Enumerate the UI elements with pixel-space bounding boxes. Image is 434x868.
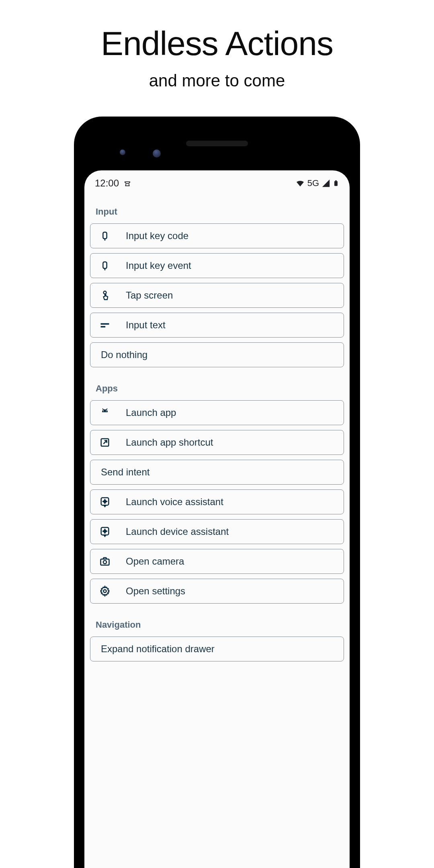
action-label: Input key code bbox=[119, 230, 188, 242]
action-input-text[interactable]: Input text bbox=[90, 313, 344, 338]
status-app-icon bbox=[123, 179, 132, 188]
status-bar: 12:00 5G bbox=[84, 170, 350, 193]
content-scroll[interactable]: Input Input key code Input key event bbox=[84, 193, 350, 661]
section-apps-header: Apps bbox=[90, 372, 344, 400]
action-launch-app[interactable]: Launch app bbox=[90, 400, 344, 425]
section-input-header: Input bbox=[90, 195, 344, 223]
action-open-settings[interactable]: Open settings bbox=[90, 579, 344, 604]
phone-screen: 12:00 5G bbox=[84, 170, 350, 868]
signal-icon bbox=[321, 179, 330, 188]
action-label: Input key event bbox=[119, 260, 191, 271]
svg-rect-7 bbox=[101, 323, 109, 325]
action-input-key-code[interactable]: Input key code bbox=[90, 223, 344, 248]
action-label: Launch device assistant bbox=[119, 526, 229, 537]
action-label: Tap screen bbox=[119, 290, 173, 301]
svg-rect-4 bbox=[103, 262, 106, 268]
action-expand-notifications[interactable]: Expand notification drawer bbox=[90, 637, 344, 661]
assistant-icon bbox=[99, 496, 119, 508]
page-title: Endless Actions bbox=[0, 24, 434, 63]
action-label: Launch app bbox=[119, 407, 176, 418]
action-do-nothing[interactable]: Do nothing bbox=[90, 342, 344, 367]
action-voice-assistant[interactable]: Launch voice assistant bbox=[90, 489, 344, 514]
action-open-camera[interactable]: Open camera bbox=[90, 549, 344, 574]
section-navigation-header: Navigation bbox=[90, 608, 344, 637]
camera-icon bbox=[99, 556, 119, 567]
battery-icon bbox=[333, 178, 339, 188]
phone-camera-1 bbox=[120, 149, 125, 155]
action-device-assistant[interactable]: Launch device assistant bbox=[90, 519, 344, 544]
phone-notch bbox=[81, 124, 353, 170]
svg-rect-1 bbox=[335, 180, 337, 181]
action-label: Send intent bbox=[99, 467, 149, 478]
android-icon bbox=[99, 407, 119, 418]
action-label: Input text bbox=[119, 319, 166, 331]
svg-line-11 bbox=[102, 409, 103, 410]
action-label: Do nothing bbox=[99, 349, 147, 360]
action-tap-screen[interactable]: Tap screen bbox=[90, 283, 344, 308]
svg-point-18 bbox=[103, 561, 106, 564]
wifi-icon bbox=[295, 178, 305, 188]
phone-frame: 12:00 5G bbox=[74, 117, 360, 868]
keyboard-key-icon bbox=[99, 230, 119, 242]
action-label: Launch app shortcut bbox=[119, 437, 213, 448]
status-time: 12:00 bbox=[95, 178, 119, 189]
gear-icon bbox=[99, 585, 119, 597]
svg-point-10 bbox=[106, 410, 106, 411]
action-label: Open settings bbox=[119, 585, 185, 597]
action-input-key-event[interactable]: Input key event bbox=[90, 253, 344, 278]
svg-rect-2 bbox=[103, 232, 106, 239]
svg-point-19 bbox=[104, 590, 106, 593]
keyboard-key-icon bbox=[99, 260, 119, 271]
svg-line-12 bbox=[106, 409, 107, 410]
touch-icon bbox=[99, 290, 119, 301]
assistant-icon bbox=[99, 526, 119, 537]
phone-earpiece bbox=[186, 141, 248, 146]
svg-point-6 bbox=[104, 291, 106, 294]
action-label: Expand notification drawer bbox=[99, 643, 215, 655]
svg-rect-8 bbox=[101, 326, 106, 328]
action-send-intent[interactable]: Send intent bbox=[90, 460, 344, 485]
svg-rect-0 bbox=[334, 181, 338, 186]
action-label: Open camera bbox=[119, 556, 184, 567]
marketing-header: Endless Actions and more to come bbox=[0, 0, 434, 90]
page-subtitle: and more to come bbox=[0, 71, 434, 90]
action-label: Launch voice assistant bbox=[119, 496, 223, 508]
svg-point-9 bbox=[103, 410, 104, 411]
phone-camera-2 bbox=[153, 149, 161, 158]
status-network: 5G bbox=[307, 178, 319, 188]
action-launch-shortcut[interactable]: Launch app shortcut bbox=[90, 430, 344, 455]
open-external-icon bbox=[99, 437, 119, 448]
text-lines-icon bbox=[99, 319, 119, 331]
